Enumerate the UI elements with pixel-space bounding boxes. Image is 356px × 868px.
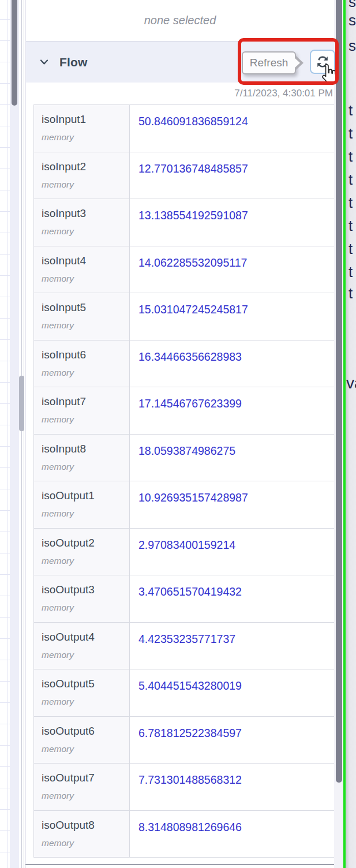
row-name: isoOutput3 — [42, 583, 129, 596]
row-value-cell[interactable]: 50.846091836859124 — [130, 105, 334, 152]
row-name-cell: isoOutput5memory — [34, 669, 130, 716]
row-name-cell: isoInput8memory — [34, 435, 130, 481]
row-value[interactable]: 4.42353235771737 — [138, 633, 235, 645]
left-scrollbar-thumb[interactable] — [12, 0, 17, 106]
diagram-canvas-grid[interactable] — [0, 0, 10, 868]
row-kind: memory — [42, 603, 129, 613]
row-name-cell: isoOutput8memory — [34, 811, 130, 858]
table-row: isoInput6memory 16.34466356628983 — [34, 341, 334, 388]
refresh-tooltip-label: Refresh — [250, 57, 288, 69]
row-value[interactable]: 18.0593874986275 — [138, 444, 235, 457]
table-row: isoOutput1memory 10.926935157428987 — [34, 481, 334, 529]
row-value-cell[interactable]: 17.14546767623399 — [130, 387, 334, 434]
row-name: isoInput2 — [42, 160, 129, 173]
clipped-text-fragment: va — [346, 374, 356, 392]
table-row: isoInput4memory 14.062285532095117 — [34, 246, 334, 294]
row-name: isoOutput4 — [42, 631, 129, 643]
table-row: isoOutput8memory 8.314808981269646 — [34, 811, 334, 858]
row-value[interactable]: 17.14546767623399 — [138, 397, 242, 410]
clipped-text-fragment: t — [348, 285, 353, 302]
table-row: isoInput5memory 15.031047245245817 — [34, 293, 334, 341]
row-kind: memory — [42, 462, 129, 472]
row-value[interactable]: 2.97083400159214 — [138, 538, 235, 551]
right-scrollbar-track[interactable] — [334, 0, 343, 868]
pane-splitter-line — [24, 0, 24, 868]
row-kind: memory — [42, 508, 129, 519]
row-value[interactable]: 3.470651570419432 — [138, 585, 242, 598]
pane-splitter-drag-handle[interactable] — [19, 376, 24, 431]
row-name-cell: isoInput2memory — [34, 152, 130, 199]
row-name: isoInput6 — [42, 349, 129, 361]
flow-values-table: isoInput1memory 50.846091836859124 isoIn… — [33, 104, 334, 858]
row-value[interactable]: 5.404451543280019 — [138, 679, 242, 692]
row-name: isoInput8 — [42, 443, 129, 455]
row-kind: memory — [42, 179, 129, 190]
last-refresh-timestamp: 7/11/2023, 4:30:01 PM — [234, 88, 333, 99]
row-value-cell[interactable]: 18.0593874986275 — [130, 435, 334, 481]
row-value-cell[interactable]: 7.731301488568312 — [130, 764, 334, 810]
chevron-down-icon[interactable] — [40, 59, 48, 65]
row-value-cell[interactable]: 16.34466356628983 — [130, 341, 334, 387]
table-row: isoOutput4memory 4.42353235771737 — [34, 623, 334, 670]
row-name-cell: isoOutput2memory — [34, 529, 130, 575]
row-value-cell[interactable]: 10.926935157428987 — [130, 481, 334, 528]
flow-section-title: Flow — [59, 55, 88, 69]
row-value-cell[interactable]: 5.404451543280019 — [130, 669, 334, 716]
row-value-cell[interactable]: 4.42353235771737 — [130, 623, 334, 669]
row-kind: memory — [42, 744, 129, 754]
row-name: isoOutput5 — [42, 678, 129, 690]
table-row: isoInput1memory 50.846091836859124 — [34, 105, 334, 152]
row-value[interactable]: 12.770136748485857 — [138, 162, 248, 175]
row-kind: memory — [42, 274, 129, 284]
row-kind: memory — [42, 697, 129, 707]
row-name-cell: isoOutput6memory — [34, 717, 130, 764]
clipped-text-fragment: t — [348, 102, 353, 119]
panel-bottom-divider — [25, 864, 334, 865]
refresh-tooltip: Refresh — [242, 51, 296, 74]
table-row: isoOutput6memory 6.781812522384597 — [34, 717, 334, 764]
row-name-cell: isoOutput4memory — [34, 623, 130, 669]
row-value[interactable]: 10.926935157428987 — [138, 491, 248, 504]
row-name: isoOutput7 — [42, 772, 129, 784]
row-value-cell[interactable]: 2.97083400159214 — [130, 529, 334, 575]
row-value-cell[interactable]: 8.314808981269646 — [130, 811, 334, 858]
clipped-text-fragment: t — [348, 263, 353, 281]
row-kind: memory — [42, 556, 129, 566]
row-value-cell[interactable]: 13.138554192591087 — [130, 199, 334, 246]
row-value[interactable]: 8.314808981269646 — [138, 821, 242, 833]
row-value-cell[interactable]: 14.062285532095117 — [130, 246, 334, 293]
row-kind: memory — [42, 650, 129, 660]
row-value-cell[interactable]: 15.031047245245817 — [130, 293, 334, 340]
left-scrollbar-track[interactable] — [10, 0, 19, 868]
neighbour-panel-clipped: s s s t t t t t t t t t va — [346, 0, 356, 868]
last-refresh-row: 7/11/2023, 4:30:01 PM — [26, 83, 334, 104]
row-name-cell: isoOutput7memory — [34, 764, 130, 810]
row-kind: memory — [42, 414, 129, 425]
clipped-text-fragment: t — [348, 217, 353, 235]
row-name-cell: isoInput5memory — [34, 293, 130, 340]
row-name: isoOutput8 — [42, 819, 129, 832]
row-value-cell[interactable]: 6.781812522384597 — [130, 717, 334, 764]
pane-splitter-line — [21, 0, 22, 868]
row-kind: memory — [42, 791, 129, 801]
row-name-cell: isoInput1memory — [34, 105, 130, 152]
row-value[interactable]: 13.138554192591087 — [138, 209, 248, 222]
selection-status-row: none selected — [26, 0, 334, 42]
row-value[interactable]: 7.731301488568312 — [138, 773, 242, 786]
row-value-cell[interactable]: 12.770136748485857 — [130, 152, 334, 199]
row-value[interactable]: 16.34466356628983 — [138, 350, 242, 363]
table-row: isoOutput5memory 5.404451543280019 — [34, 669, 334, 717]
row-value[interactable]: 15.031047245245817 — [138, 303, 248, 316]
row-value-cell[interactable]: 3.470651570419432 — [130, 575, 334, 622]
right-scrollbar-thumb[interactable] — [336, 0, 342, 783]
clipped-text-fragment: t — [348, 194, 353, 212]
clipped-text-fragment: s — [348, 37, 356, 55]
row-value[interactable]: 6.781812522384597 — [138, 727, 242, 739]
clipped-text-fragment: t — [348, 148, 353, 166]
row-kind: memory — [42, 368, 129, 378]
table-row: isoInput3memory 13.138554192591087 — [34, 199, 334, 246]
row-value[interactable]: 14.062285532095117 — [138, 256, 247, 269]
row-value[interactable]: 50.846091836859124 — [138, 115, 248, 128]
row-kind: memory — [42, 226, 129, 237]
clipped-text-fragment: t — [348, 125, 353, 143]
